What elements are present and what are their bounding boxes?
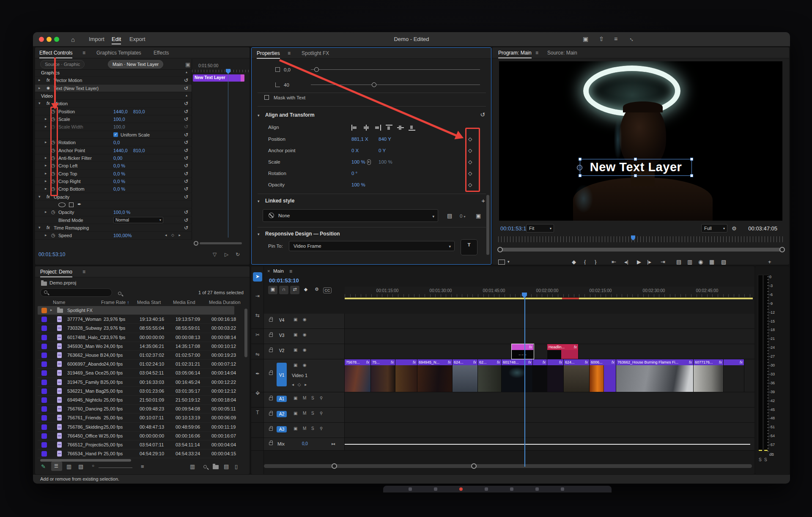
stopwatch-icon[interactable]: ◷ bbox=[51, 209, 55, 215]
track-lane-a2[interactable] bbox=[345, 408, 754, 422]
handle-tm[interactable] bbox=[634, 158, 637, 161]
label-chip[interactable] bbox=[41, 380, 47, 385]
item-name[interactable]: 6006997_Abando bbox=[67, 361, 104, 367]
export-frame-icon[interactable]: ◉ bbox=[698, 259, 703, 265]
home-icon[interactable]: ⌂ bbox=[71, 36, 75, 43]
project-row-763662-house-b[interactable]: 763662_House B24,00 fps01:02:37:0201:02:… bbox=[38, 351, 234, 360]
ec-row-crop-right[interactable]: ▸◷Crop Right0,0 %↺ bbox=[35, 178, 192, 185]
dock-app-red[interactable] bbox=[459, 487, 463, 491]
solo-button[interactable]: S bbox=[311, 411, 314, 416]
mute-button[interactable]: M bbox=[303, 426, 306, 431]
lock-icon[interactable] bbox=[269, 334, 273, 337]
align-cv-button[interactable] bbox=[397, 125, 404, 131]
step-back-icon[interactable]: ◂| bbox=[624, 259, 628, 265]
project-row-377774-woman[interactable]: 377774_Woman23,976 fps19:13:40:1619:13:5… bbox=[38, 315, 234, 324]
reset-icon[interactable]: ↺ bbox=[184, 194, 188, 200]
timeline-ruler[interactable]: 00:01:15:0000:01:30:0000:01:45:0000:02:0… bbox=[345, 287, 754, 298]
keyframe-nav[interactable]: ◂ ◇ ▸ bbox=[292, 382, 308, 387]
property-value[interactable]: 0,0 % bbox=[113, 186, 125, 191]
share-icon[interactable]: ⇧ bbox=[599, 36, 604, 42]
v1-clip-7[interactable]: fx bbox=[533, 359, 547, 392]
track-lane-a1[interactable] bbox=[345, 392, 754, 407]
align-transform-chevron-icon[interactable]: ▾ bbox=[258, 113, 260, 118]
v2-clip[interactable]: Headlin...fx bbox=[547, 344, 579, 359]
project-row-319475-family-b[interactable]: 319475_Family B25,00 fps00:16:33:0300:16… bbox=[38, 378, 234, 387]
mini-timeline-playhead-line[interactable] bbox=[228, 73, 228, 238]
chevron-icon[interactable]: ▸ bbox=[45, 156, 47, 160]
v1-clip-13[interactable]: fx bbox=[724, 359, 744, 392]
item-name[interactable]: 756760_Dancing bbox=[67, 406, 102, 411]
solo-button[interactable]: S bbox=[311, 396, 314, 400]
project-breadcrumb[interactable]: Demo.prproj bbox=[49, 280, 76, 285]
track-badge-v1[interactable]: V1 bbox=[277, 363, 287, 386]
property-value[interactable]: 0,0 bbox=[113, 140, 120, 145]
handle-tr[interactable] bbox=[690, 158, 693, 161]
ec-row-graphics[interactable]: Graphics▴ bbox=[35, 69, 192, 77]
search-in-bin-icon[interactable] bbox=[118, 292, 121, 295]
label-chip[interactable] bbox=[41, 388, 47, 394]
property-value[interactable]: 0,0 % bbox=[113, 171, 125, 176]
linked-style-section[interactable]: Linked style bbox=[265, 198, 294, 204]
ec-row-time-remapping[interactable]: ▾fxTime Remapping↺ bbox=[35, 224, 192, 232]
tab-sequence-main[interactable]: Main bbox=[273, 268, 284, 274]
reset-icon[interactable]: ↺ bbox=[184, 163, 188, 169]
mini-timeline-clip[interactable]: New Text Layer bbox=[193, 74, 244, 82]
program-timecode[interactable]: 00:01:53:10 bbox=[500, 225, 529, 232]
playback-resolution-dropdown[interactable]: Full▾ bbox=[701, 224, 727, 233]
project-row-6006997-abando[interactable]: 6006997_Abando24,00 fps01:02:24:1001:02:… bbox=[38, 360, 234, 369]
main-sequence-button[interactable]: Main · New Text Layer bbox=[108, 60, 163, 68]
eye-icon[interactable]: ◉ bbox=[47, 86, 50, 90]
properties-scrollbar[interactable] bbox=[486, 195, 489, 255]
effect-controls-hscrollbar[interactable] bbox=[194, 242, 244, 245]
project-row-766512-projectio[interactable]: 766512_Projectio25,00 fps03:54:07:1103:5… bbox=[38, 440, 234, 449]
track-header-a2[interactable]: A2▣MS⚲ bbox=[264, 408, 345, 422]
lock-icon[interactable] bbox=[269, 413, 273, 416]
align-bottom-button[interactable] bbox=[409, 125, 416, 131]
column-media-start[interactable]: Media Start bbox=[137, 300, 161, 305]
handle-br[interactable] bbox=[690, 174, 693, 177]
effect-controls-timecode[interactable]: 00:01:53:10 bbox=[38, 252, 65, 257]
item-name[interactable]: 766450_Office W bbox=[67, 433, 103, 438]
panel-menu-icon[interactable]: ≡ bbox=[82, 50, 85, 56]
tl-scroll-handle-right[interactable] bbox=[471, 463, 477, 469]
transform-value-2[interactable]: 100 % bbox=[379, 159, 392, 164]
item-name[interactable]: 345930_Man Wo bbox=[67, 344, 103, 349]
ec-row-crop-left[interactable]: ▸◷Crop Left0,0 %↺ bbox=[35, 162, 192, 170]
lock-icon[interactable] bbox=[269, 397, 273, 400]
v1-clip-4[interactable]: 624...fx bbox=[453, 359, 478, 392]
transform-value-1[interactable]: 0 ° bbox=[351, 171, 357, 176]
add-button-icon[interactable]: + bbox=[768, 259, 771, 265]
sequence-menu-icon[interactable]: ≡ bbox=[289, 268, 292, 274]
mask-pen-icon[interactable]: ✒ bbox=[77, 202, 81, 207]
transform-value-1[interactable]: 881,1 X bbox=[351, 137, 368, 142]
property-value[interactable]: 0,00 bbox=[113, 156, 122, 161]
property-value-2[interactable]: 810,0 bbox=[133, 148, 145, 153]
v1-clip-8[interactable]: fx bbox=[547, 359, 564, 392]
go-to-in-icon[interactable]: ⇤ bbox=[612, 259, 616, 265]
project-row-766534-hand-pr[interactable]: 766534_Hand Pr25,00 fps04:54:29:1004:54:… bbox=[38, 449, 234, 458]
freeform-view-button[interactable]: ▧ bbox=[78, 463, 83, 470]
v1-clip-10[interactable]: 6006...fx bbox=[590, 359, 616, 392]
chevron-icon[interactable]: ▾ bbox=[38, 101, 41, 105]
reset-icon[interactable]: ↺ bbox=[184, 171, 188, 177]
item-name[interactable]: 377774_Woman bbox=[67, 317, 102, 322]
project-search-input[interactable] bbox=[40, 288, 112, 297]
scrub-handle-right[interactable] bbox=[779, 247, 785, 252]
effect-controls-mini-timeline[interactable]: 0:01:50:00 New Text Layer bbox=[192, 59, 250, 240]
mini-timeline-playhead[interactable] bbox=[226, 69, 230, 74]
play-icon[interactable]: ▶ bbox=[637, 259, 641, 265]
project-row-756761-friends[interactable]: 756761_Friends25,00 fps00:10:07:1100:10:… bbox=[38, 413, 234, 422]
expand-chevron-icon[interactable]: ▸ bbox=[50, 308, 52, 312]
track-header-v4[interactable]: V4▣◉ bbox=[264, 314, 345, 328]
ec-row-shapes[interactable]: ✒ bbox=[35, 201, 192, 208]
label-chip[interactable] bbox=[41, 370, 47, 376]
label-chip[interactable] bbox=[41, 451, 47, 457]
reset-icon[interactable]: ↺ bbox=[184, 85, 188, 91]
item-name[interactable]: 536221_Man Bag bbox=[67, 388, 104, 394]
item-name[interactable]: 756786_Skidding bbox=[67, 424, 103, 429]
item-name[interactable]: 730328_Subway bbox=[67, 326, 102, 331]
reset-icon[interactable]: ↺ bbox=[184, 116, 188, 122]
mask-with-text-checkbox[interactable] bbox=[264, 95, 269, 100]
program-video-frame[interactable]: New Text Layer bbox=[499, 61, 782, 221]
column-name[interactable]: Name bbox=[53, 300, 65, 305]
